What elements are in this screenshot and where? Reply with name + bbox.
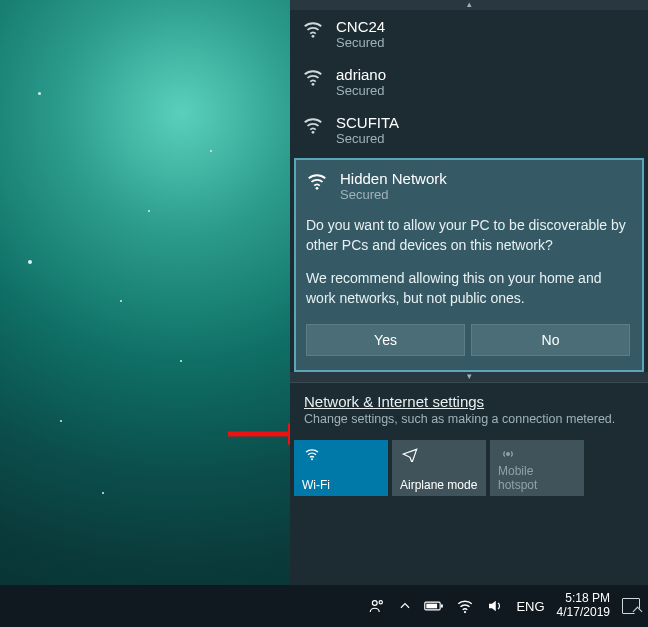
network-status: Secured	[336, 83, 386, 98]
prompt-text: We recommend allowing this on your home …	[306, 269, 630, 308]
network-list: CNC24 Secured adriano Secured SCUFITA Se…	[290, 10, 648, 372]
network-item[interactable]: SCUFITA Secured	[290, 106, 648, 154]
no-button[interactable]: No	[471, 324, 630, 356]
svg-point-7	[507, 453, 510, 456]
svg-point-2	[312, 35, 315, 38]
prompt-text: Do you want to allow your PC to be disco…	[306, 216, 630, 255]
network-name: CNC24	[336, 18, 385, 35]
language-indicator[interactable]: ENG	[516, 599, 544, 614]
wifi-icon	[302, 446, 380, 462]
svg-rect-12	[427, 604, 438, 609]
wifi-icon	[302, 18, 324, 40]
wifi-icon[interactable]	[456, 597, 474, 615]
wifi-icon	[302, 114, 324, 136]
people-icon[interactable]	[368, 597, 386, 615]
network-item[interactable]: adriano Secured	[290, 58, 648, 106]
wifi-tile[interactable]: Wi-Fi	[294, 440, 388, 496]
svg-point-5	[316, 187, 319, 190]
network-status: Secured	[340, 187, 447, 202]
svg-rect-11	[441, 604, 443, 607]
svg-point-3	[312, 83, 315, 86]
svg-point-8	[373, 601, 378, 606]
tile-label: Airplane mode	[400, 478, 478, 492]
scroll-up-button[interactable]: ▴	[290, 0, 648, 10]
svg-point-9	[380, 601, 383, 604]
taskbar: ENG 5:18 PM 4/17/2019	[0, 585, 648, 627]
chevron-up-icon[interactable]	[398, 599, 412, 613]
svg-point-4	[312, 131, 315, 134]
quick-tiles: Wi-Fi Airplane mode Mobile hotspot	[290, 434, 648, 500]
svg-point-6	[311, 459, 313, 461]
yes-button[interactable]: Yes	[306, 324, 465, 356]
network-status: Secured	[336, 131, 399, 146]
wifi-icon	[306, 170, 328, 192]
wifi-icon	[302, 66, 324, 88]
svg-point-13	[464, 611, 466, 613]
network-settings-link[interactable]: Network & Internet settings	[304, 393, 634, 410]
network-item-selected[interactable]: Hidden Network Secured Do you want to al…	[294, 158, 644, 372]
taskbar-clock[interactable]: 5:18 PM 4/17/2019	[557, 592, 610, 620]
volume-icon[interactable]	[486, 597, 504, 615]
mobile-hotspot-tile[interactable]: Mobile hotspot	[490, 440, 584, 496]
network-item[interactable]: CNC24 Secured	[290, 10, 648, 58]
tile-label: Wi-Fi	[302, 478, 380, 492]
network-settings-section: Network & Internet settings Change setti…	[290, 382, 648, 434]
network-name: adriano	[336, 66, 386, 83]
system-tray: ENG 5:18 PM 4/17/2019	[368, 592, 640, 620]
clock-date: 4/17/2019	[557, 606, 610, 620]
scroll-down-button[interactable]: ▾	[290, 372, 648, 382]
network-flyout: ▴ CNC24 Secured adriano Secured	[290, 0, 648, 585]
network-name: Hidden Network	[340, 170, 447, 187]
airplane-mode-tile[interactable]: Airplane mode	[392, 440, 486, 496]
network-name: SCUFITA	[336, 114, 399, 131]
battery-icon[interactable]	[424, 599, 444, 613]
network-status: Secured	[336, 35, 385, 50]
action-center-icon[interactable]	[622, 598, 640, 614]
hotspot-icon	[498, 446, 576, 462]
airplane-icon	[400, 446, 478, 462]
clock-time: 5:18 PM	[557, 592, 610, 606]
discoverability-prompt: Do you want to allow your PC to be disco…	[306, 216, 630, 308]
tile-label: Mobile hotspot	[498, 464, 576, 492]
network-settings-sub: Change settings, such as making a connec…	[304, 412, 634, 426]
